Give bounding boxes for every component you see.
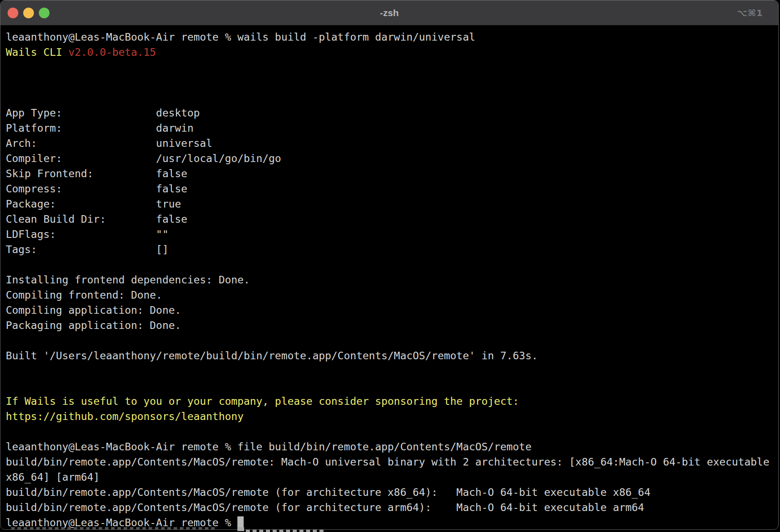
terminal-line: leaanthony@Leas-MacBook-Air remote % wai… bbox=[6, 29, 776, 45]
terminal-line bbox=[6, 60, 776, 75]
terminal-text-segment: Built '/Users/leaanthony/remote/build/bi… bbox=[6, 349, 538, 362]
clipped-background-text bbox=[246, 530, 324, 532]
terminal-line: build/bin/remote.app/Contents/MacOS/remo… bbox=[6, 500, 776, 515]
terminal-text-segment: x86_64] [arm64] bbox=[6, 471, 100, 483]
terminal-text-segment: Skip Frontend: false bbox=[6, 167, 187, 179]
terminal-line: Clean Build Dir: false bbox=[6, 212, 776, 227]
screenshot-stage: -zsh ⌥⌘1 leaanthony@Leas-MacBook-Air rem… bbox=[0, 0, 780, 532]
terminal-line: build/bin/remote.app/Contents/MacOS/remo… bbox=[6, 454, 776, 470]
terminal-line bbox=[6, 424, 776, 439]
clipped-background-text bbox=[11, 527, 215, 529]
terminal-window: -zsh ⌥⌘1 leaanthony@Leas-MacBook-Air rem… bbox=[0, 0, 779, 530]
terminal-line: build/bin/remote.app/Contents/MacOS/remo… bbox=[6, 485, 776, 500]
terminal-line bbox=[6, 333, 776, 348]
terminal-line: Skip Frontend: false bbox=[6, 166, 776, 181]
terminal-text-segment: App Type: desktop bbox=[6, 107, 200, 119]
terminal-line: Compress: false bbox=[6, 181, 776, 196]
terminal-text-segment: Compress: false bbox=[6, 183, 187, 195]
terminal-line: Installing frontend dependencies: Done. bbox=[6, 272, 776, 287]
terminal-line: Packaging application: Done. bbox=[6, 318, 776, 333]
terminal-text-segment: https://github.com/sponsors/leaanthony bbox=[6, 410, 244, 422]
terminal-line: leaanthony@Leas-MacBook-Air remote % fil… bbox=[6, 439, 776, 454]
terminal-line: Package: true bbox=[6, 196, 776, 212]
terminal-text-segment: Arch: universal bbox=[6, 137, 212, 149]
terminal-line bbox=[6, 378, 776, 394]
terminal-text-segment: leaanthony@Leas-MacBook-Air remote % fil… bbox=[6, 441, 531, 453]
terminal-line: Tags: [] bbox=[6, 242, 776, 257]
window-titlebar[interactable]: -zsh ⌥⌘1 bbox=[0, 0, 778, 25]
terminal-text-segment: Packaging application: Done. bbox=[6, 319, 181, 331]
terminal-screen[interactable]: leaanthony@Leas-MacBook-Air remote % wai… bbox=[0, 25, 778, 530]
terminal-line: Platform: darwin bbox=[6, 121, 776, 136]
terminal-line: If Wails is useful to you or your compan… bbox=[6, 394, 776, 409]
terminal-text-segment: LDFlags: "" bbox=[6, 228, 169, 240]
terminal-text-segment: Installing frontend dependencies: Done. bbox=[6, 274, 250, 286]
terminal-line: Compiler: /usr/local/go/bin/go bbox=[6, 151, 776, 166]
terminal-line: Arch: universal bbox=[6, 136, 776, 151]
terminal-text-segment: leaanthony@Leas-MacBook-Air remote % wai… bbox=[6, 31, 475, 43]
terminal-line bbox=[6, 90, 776, 105]
terminal-line: LDFlags: "" bbox=[6, 227, 776, 242]
terminal-line bbox=[6, 75, 776, 90]
terminal-line bbox=[6, 363, 776, 378]
terminal-text-segment: Package: true bbox=[6, 198, 181, 210]
terminal-text-segment: build/bin/remote.app/Contents/MacOS/remo… bbox=[6, 456, 769, 468]
terminal-text-segment: Clean Build Dir: false bbox=[6, 213, 187, 225]
terminal-text-segment: Compiling application: Done. bbox=[6, 304, 181, 316]
terminal-line: Compiling application: Done. bbox=[6, 303, 776, 318]
terminal-text-segment: If Wails is useful to you or your compan… bbox=[6, 395, 519, 407]
terminal-line: App Type: desktop bbox=[6, 105, 776, 121]
terminal-text-segment: Compiling frontend: Done. bbox=[6, 289, 162, 301]
terminal-text-segment: Platform: darwin bbox=[6, 122, 194, 134]
terminal-text-segment: build/bin/remote.app/Contents/MacOS/remo… bbox=[6, 501, 644, 513]
terminal-line: Compiling frontend: Done. bbox=[6, 287, 776, 303]
clipped-background-cursor bbox=[237, 527, 244, 531]
terminal-line: x86_64] [arm64] bbox=[6, 470, 776, 485]
terminal-output: leaanthony@Leas-MacBook-Air remote % wai… bbox=[6, 29, 776, 530]
terminal-text-segment: Wails CLI bbox=[6, 46, 68, 58]
terminal-line: https://github.com/sponsors/leaanthony bbox=[6, 409, 776, 424]
window-title: -zsh bbox=[0, 0, 778, 25]
terminal-text-segment: v2.0.0-beta.15 bbox=[68, 46, 156, 58]
terminal-text-segment: leaanthony@Leas-MacBook-Air remote % bbox=[6, 516, 237, 528]
terminal-line: Built '/Users/leaanthony/remote/build/bi… bbox=[6, 348, 776, 363]
terminal-line bbox=[6, 257, 776, 272]
window-shortcut-badge: ⌥⌘1 bbox=[737, 0, 763, 25]
terminal-text-segment: Tags: [] bbox=[6, 243, 169, 255]
terminal-line: Wails CLI v2.0.0-beta.15 bbox=[6, 45, 776, 60]
terminal-text-segment: build/bin/remote.app/Contents/MacOS/remo… bbox=[6, 486, 651, 498]
terminal-text-segment: Compiler: /usr/local/go/bin/go bbox=[6, 152, 281, 164]
